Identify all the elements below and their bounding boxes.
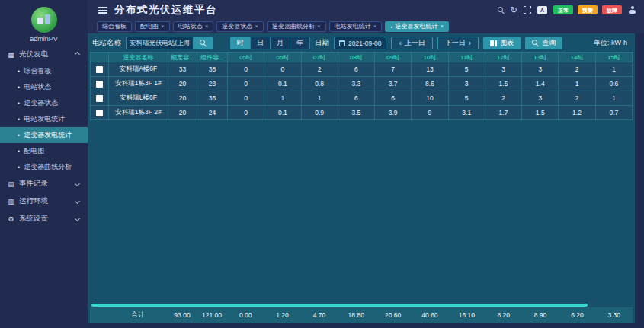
value-cell: 0 [264, 62, 301, 77]
user-avatar-icon[interactable] [628, 6, 636, 14]
hamburger-menu-icon[interactable] [98, 7, 107, 14]
value-cell: 3 [448, 77, 485, 91]
sidebar-subitem-配电图[interactable]: •配电图 [0, 143, 88, 159]
tab-逆变器状态[interactable]: 逆变器状态× [216, 21, 264, 32]
scrollbar-thumb[interactable] [91, 304, 588, 307]
main-area: 分布式光伏运维平台 ↻ A 正常预警故障 综合看板配电图×电站状态×逆变器状态×… [88, 0, 644, 328]
search-icon [532, 40, 539, 46]
value-cell: 13 [412, 62, 448, 77]
sidebar-subitem-逆变器曲线分析[interactable]: •逆变器曲线分析 [0, 159, 88, 175]
value-cell: 5 [448, 62, 485, 77]
value-cell: 2 [485, 91, 521, 106]
tab-label: 逆变器状态 [222, 24, 252, 30]
refresh-icon[interactable]: ↻ [511, 6, 517, 14]
sidebar-item-label: 事件记录 [19, 179, 48, 189]
sidebar-subitem-综合看板[interactable]: •综合看板 [0, 63, 88, 79]
column-header: 12时 [485, 53, 521, 62]
tab-电站状态[interactable]: 电站状态× [173, 21, 214, 32]
column-header: 13时 [522, 53, 559, 62]
total-value: 20.60 [374, 307, 411, 323]
table-empty-space [90, 120, 633, 302]
value-cell: 0.1 [264, 106, 301, 120]
inverter-name-cell: 安科瑞1栋3F 1# [109, 77, 168, 91]
prev-day-button[interactable]: ‹ 上一日 [391, 37, 432, 49]
sidebar-item-光伏发电[interactable]: ▦光伏发电 [0, 46, 88, 63]
tab-电站发电统计[interactable]: 电站发电统计× [329, 21, 383, 32]
tab-close-icon[interactable]: × [205, 24, 209, 30]
total-value: 8.90 [522, 307, 559, 323]
tab-逆变器发电统计[interactable]: ●逆变器发电统计× [385, 21, 449, 32]
tab-close-icon[interactable]: × [373, 24, 377, 30]
period-month-button[interactable]: 月 [270, 37, 290, 49]
sidebar-subitem-label: 配电图 [24, 146, 44, 156]
sidebar-subitem-逆变器发电统计[interactable]: •逆变器发电统计 [0, 127, 88, 143]
search-icon[interactable] [498, 7, 505, 14]
query-button[interactable]: 查询 [525, 37, 562, 49]
period-hour-button[interactable]: 时 [230, 37, 251, 49]
date-picker[interactable]: 2021-09-08 [334, 37, 386, 49]
status-badge-预警[interactable]: 预警 [578, 5, 598, 14]
row-checkbox[interactable] [96, 110, 103, 116]
fullscreen-icon[interactable] [524, 6, 531, 14]
date-value: 2021-09-08 [348, 40, 381, 47]
value-cell: 0 [228, 62, 264, 77]
value-cell: 0 [228, 77, 264, 91]
tab-close-icon[interactable]: × [440, 24, 444, 30]
status-badge-故障[interactable]: 故障 [602, 5, 622, 14]
tab-close-icon[interactable]: × [317, 24, 321, 30]
value-cell: 3 [522, 91, 559, 106]
total-value: 1.20 [264, 307, 300, 323]
next-day-button[interactable]: 下一日 › [437, 37, 479, 49]
status-badge-正常[interactable]: 正常 [553, 5, 573, 14]
value-cell: 1 [301, 91, 338, 106]
sidebar-subitem-电站状态[interactable]: •电站状态 [0, 79, 88, 95]
row-checkbox[interactable] [96, 66, 103, 73]
row-checkbox[interactable] [96, 81, 103, 88]
station-name-input[interactable] [126, 37, 193, 49]
period-year-button[interactable]: 年 [290, 37, 310, 49]
table-row: 安科瑞1栋3F 1#202300.10.83.33.78.631.51.410.… [91, 77, 633, 91]
station-name-label: 电站名称 [92, 38, 121, 48]
tab-逆变器曲线分析[interactable]: 逆变器曲线分析× [267, 21, 326, 32]
tab-label: 逆变器发电统计 [395, 24, 437, 30]
total-value: 121.00 [197, 307, 227, 323]
sidebar-item-运行环境[interactable]: ▥运行环境 [0, 193, 88, 210]
station-search-group [126, 37, 213, 49]
sidebar-subitem-逆变器状态[interactable]: •逆变器状态 [0, 95, 88, 111]
bullet-icon: • [18, 132, 20, 139]
value-cell: 0 [228, 91, 264, 106]
sidebar-subitem-label: 电站状态 [24, 82, 51, 92]
tab-配电图[interactable]: 配电图× [135, 21, 170, 32]
total-value: 0.00 [227, 307, 264, 323]
value-cell: 1 [595, 91, 632, 106]
sidebar-item-label: 光伏发电 [19, 49, 48, 59]
value-cell: 3.1 [448, 106, 485, 120]
value-cell: 1 [264, 91, 301, 106]
period-toggle: 时 日 月 年 [230, 37, 310, 49]
tab-close-icon[interactable]: × [161, 24, 165, 30]
value-cell: 3.3 [338, 77, 374, 91]
sidebar-item-系统设置[interactable]: ⚙系统设置 [0, 210, 88, 228]
tab-bar: 综合看板配电图×电站状态×逆变器状态×逆变器曲线分析×电站发电统计×●逆变器发电… [88, 20, 644, 33]
period-day-button[interactable]: 日 [250, 37, 271, 49]
value-cell: 3.9 [375, 106, 412, 120]
sidebar-item-事件记录[interactable]: ▤事件记录 [0, 175, 88, 193]
value-cell: 9 [412, 106, 448, 120]
column-header: 05时 [228, 53, 264, 62]
alarm-badges: 正常预警故障 [553, 5, 622, 14]
table-area: 逆变器名称额定容...组件容...05时06时07时08时09时10时11时12… [88, 52, 635, 323]
language-icon[interactable]: A [537, 6, 547, 14]
station-search-button[interactable] [193, 37, 213, 49]
tab-label: 配电图 [140, 24, 159, 30]
page-title: 分布式光伏运维平台 [114, 3, 217, 17]
value-cell: 10 [412, 91, 448, 106]
tab-close-icon[interactable]: × [255, 24, 258, 30]
tab-综合看板[interactable]: 综合看板 [97, 21, 132, 32]
sidebar-subitem-label: 逆变器曲线分析 [24, 162, 72, 172]
logo-area: adminPV [0, 0, 88, 46]
chart-button[interactable]: 图表 [483, 37, 521, 49]
row-checkbox[interactable] [96, 95, 103, 102]
value-cell: 0.1 [264, 77, 301, 91]
value-cell: 0.7 [595, 106, 632, 120]
sidebar-subitem-电站发电统计[interactable]: •电站发电统计 [0, 111, 88, 127]
